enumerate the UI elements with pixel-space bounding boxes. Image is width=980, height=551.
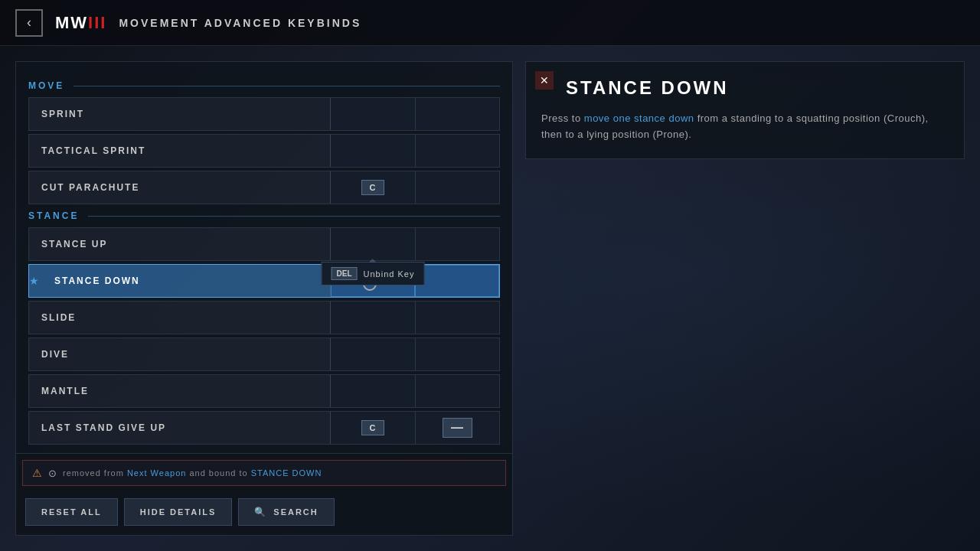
logo: MWIII — [55, 13, 106, 33]
keybind-name-dive: DIVE — [29, 349, 330, 360]
keybind-row-dive[interactable]: DIVE — [28, 337, 500, 371]
key-slot-sprint-2[interactable] — [415, 98, 499, 130]
key-slot-stance-up-1[interactable]: DEL Unbind Key — [331, 228, 415, 260]
unbind-text: Unbind Key — [364, 269, 415, 279]
keybind-name-stance-up: STANCE UP — [29, 239, 330, 249]
star-icon-stance-down: ★ — [29, 275, 39, 287]
move-label: MOVE — [28, 80, 64, 91]
keybind-row-mantle[interactable]: MANTLE — [28, 374, 500, 408]
keybind-name-stance-down: STANCE DOWN — [42, 276, 330, 286]
action-buttons: RESET ALL HIDE DETAILS 🔍 SEARCH — [16, 492, 512, 535]
keybinds-content[interactable]: MOVE SPRINT TACTICAL SPRINT — [16, 62, 512, 453]
key-slot-cut-parachute-1[interactable]: C — [331, 171, 415, 204]
close-detail-button[interactable]: ✕ — [535, 71, 554, 90]
key-slot-mantle-1[interactable] — [331, 375, 415, 407]
key-badge-cut-parachute-c: C — [361, 180, 385, 195]
key-slot-slide-1[interactable] — [331, 302, 415, 334]
unbind-tooltip: DEL Unbind Key — [322, 262, 425, 285]
key-slot-cut-parachute-2[interactable] — [415, 171, 499, 204]
back-button[interactable]: ‹ — [15, 9, 43, 37]
reset-all-button[interactable]: RESET ALL — [25, 498, 118, 526]
key-slot-dive-2[interactable] — [415, 338, 499, 370]
stance-section-header: STANCE — [28, 210, 500, 221]
logo-text: MWIII — [55, 13, 106, 33]
search-label: SEARCH — [273, 507, 318, 517]
search-button[interactable]: 🔍 SEARCH — [238, 498, 334, 526]
move-section-header: MOVE — [28, 80, 500, 91]
warning-bar: ⚠ ⊙ removed from Next Weapon and bound t… — [22, 460, 506, 486]
stance-down-ref: STANCE DOWN — [251, 468, 322, 478]
search-icon: 🔍 — [254, 507, 267, 517]
keybinds-panel: MOVE SPRINT TACTICAL SPRINT — [15, 61, 513, 536]
stance-label: STANCE — [28, 210, 79, 221]
key-slot-slide-2[interactable] — [415, 302, 499, 334]
keybind-name-cut-parachute: CUT PARACHUTE — [29, 182, 330, 193]
keybind-row-tactical-sprint[interactable]: TACTICAL SPRINT — [28, 134, 500, 168]
key-slot-mantle-2[interactable] — [415, 375, 499, 407]
detail-title: STANCE DOWN — [566, 77, 949, 99]
keybind-row-stance-up[interactable]: STANCE UP DEL Unbind Key — [28, 227, 500, 261]
detail-panel: ✕ STANCE DOWN Press to move one stance d… — [525, 61, 965, 159]
key-slot-stance-up-2[interactable] — [415, 228, 499, 260]
warning-text-middle: and bound to — [189, 468, 247, 478]
warning-triangle-icon: ⚠ — [32, 467, 42, 479]
mouse-scroll-icon: ⊙ — [48, 468, 57, 479]
key-slot-dive-1[interactable] — [331, 338, 415, 370]
main-content: MOVE SPRINT TACTICAL SPRINT — [0, 46, 980, 551]
header-title: MOVEMENT ADVANCED KEYBINDS — [119, 17, 361, 29]
key-badge-last-stand-dash: — — [443, 418, 472, 438]
key-slot-sprint-1[interactable] — [331, 98, 415, 130]
keybind-row-last-stand[interactable]: LAST STAND GIVE UP C — — [28, 411, 500, 445]
key-slot-last-stand-2[interactable]: — — [415, 412, 499, 444]
header: ‹ MWIII MOVEMENT ADVANCED KEYBINDS — [0, 0, 980, 46]
keybind-row-slide[interactable]: SLIDE — [28, 301, 500, 334]
left-panel: MOVE SPRINT TACTICAL SPRINT — [15, 61, 513, 536]
desc-before: Press to — [541, 112, 581, 124]
key-slot-stance-down-2[interactable] — [415, 265, 499, 297]
key-slot-last-stand-1[interactable]: C — [331, 412, 415, 444]
keybind-name-last-stand: LAST STAND GIVE UP — [29, 422, 330, 433]
keybind-row-cut-parachute[interactable]: CUT PARACHUTE C — [28, 171, 500, 204]
warning-text-before: removed from — [63, 468, 124, 478]
hide-details-button[interactable]: HIDE DETAILS — [124, 498, 233, 526]
move-section-line — [74, 86, 500, 86]
tooltip-arrow — [369, 259, 377, 262]
bottom-bar: ⚠ ⊙ removed from Next Weapon and bound t… — [16, 453, 512, 535]
keybind-name-mantle: MANTLE — [29, 386, 330, 396]
keybind-name-slide: SLIDE — [29, 312, 330, 323]
right-panel: ✕ STANCE DOWN Press to move one stance d… — [525, 61, 965, 536]
keybind-row-sprint[interactable]: SPRINT — [28, 97, 500, 131]
warning-text: removed from Next Weapon and bound to ST… — [63, 468, 322, 478]
desc-highlight: move one stance down — [584, 112, 694, 124]
keybind-row-stance-down[interactable]: ★ STANCE DOWN • — [28, 264, 500, 298]
key-slot-tactical-sprint-2[interactable] — [415, 135, 499, 167]
keybind-name-sprint: SPRINT — [29, 109, 330, 119]
stance-section-line — [88, 216, 500, 217]
detail-description: Press to move one stance down from a sta… — [541, 111, 949, 143]
keybind-name-tactical-sprint: TACTICAL SPRINT — [29, 145, 330, 156]
key-slot-tactical-sprint-1[interactable] — [331, 135, 415, 167]
next-weapon-link[interactable]: Next Weapon — [127, 468, 186, 478]
del-key-badge: DEL — [332, 267, 358, 280]
key-badge-last-stand-c: C — [361, 420, 385, 435]
